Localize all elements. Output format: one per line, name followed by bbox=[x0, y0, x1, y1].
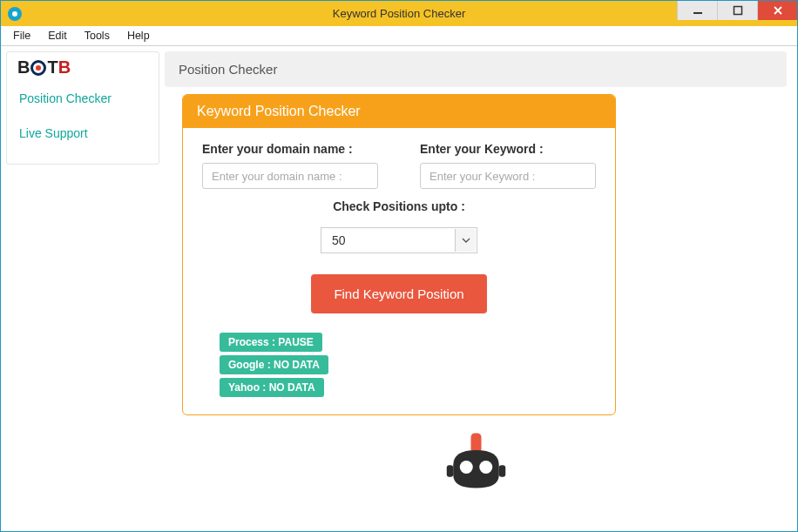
badge-google: Google : NO DATA bbox=[220, 355, 328, 374]
svg-rect-7 bbox=[498, 465, 505, 477]
domain-input[interactable] bbox=[202, 163, 378, 189]
minimize-button[interactable] bbox=[677, 1, 717, 20]
badge-yahoo: Yahoo : NO DATA bbox=[220, 378, 324, 397]
app-window: Keyword Position Checker File Edit Tools… bbox=[0, 0, 798, 532]
maximize-icon bbox=[733, 5, 743, 16]
svg-point-0 bbox=[12, 11, 17, 17]
titlebar[interactable]: Keyword Position Checker bbox=[1, 1, 797, 26]
menubar: File Edit Tools Help bbox=[1, 26, 797, 46]
footer-logo bbox=[165, 429, 787, 495]
menu-help[interactable]: Help bbox=[118, 27, 159, 44]
chevron-down-icon bbox=[455, 229, 476, 252]
svg-rect-2 bbox=[734, 7, 741, 15]
breadcrumb: Position Checker bbox=[165, 51, 787, 87]
svg-point-4 bbox=[459, 461, 472, 474]
window-title: Keyword Position Checker bbox=[333, 7, 465, 20]
sidebar: BTB Position Checker Live Support bbox=[6, 51, 159, 165]
main-area: Position Checker Keyword Position Checke… bbox=[165, 51, 792, 526]
domain-label: Enter your domain name : bbox=[202, 142, 378, 156]
status-badges: Process : PAUSE Google : NO DATA Yahoo :… bbox=[220, 333, 596, 397]
app-icon bbox=[8, 7, 22, 21]
svg-rect-1 bbox=[693, 12, 702, 14]
close-button[interactable] bbox=[757, 1, 797, 20]
minimize-icon bbox=[693, 5, 703, 16]
svg-rect-3 bbox=[470, 434, 481, 454]
sidebar-item-live-support[interactable]: Live Support bbox=[7, 116, 159, 151]
positions-select[interactable]: 50 bbox=[321, 227, 477, 253]
menu-file[interactable]: File bbox=[4, 27, 39, 44]
maximize-button[interactable] bbox=[717, 1, 757, 20]
window-controls bbox=[677, 1, 797, 20]
keyword-input[interactable] bbox=[420, 163, 596, 189]
positions-label: Check Positions upto : bbox=[333, 199, 465, 213]
card-title: Keyword Position Checker bbox=[183, 95, 615, 128]
content-area: BTB Position Checker Live Support Positi… bbox=[1, 46, 797, 531]
positions-selected-value: 50 bbox=[332, 233, 346, 247]
find-position-button[interactable]: Find Keyword Position bbox=[311, 274, 486, 313]
keyword-label: Enter your Keyword : bbox=[420, 142, 596, 156]
menu-edit[interactable]: Edit bbox=[39, 27, 76, 44]
robot-head-icon bbox=[443, 429, 509, 495]
svg-rect-6 bbox=[446, 465, 453, 477]
menu-tools[interactable]: Tools bbox=[76, 27, 118, 44]
bot-logo: BTB bbox=[17, 57, 71, 77]
checker-card: Keyword Position Checker Enter your doma… bbox=[182, 94, 616, 415]
close-icon bbox=[773, 5, 783, 16]
badge-process: Process : PAUSE bbox=[220, 333, 322, 352]
svg-point-5 bbox=[479, 461, 492, 474]
sidebar-item-position-checker[interactable]: Position Checker bbox=[7, 81, 159, 116]
logo-row: BTB bbox=[7, 52, 159, 81]
